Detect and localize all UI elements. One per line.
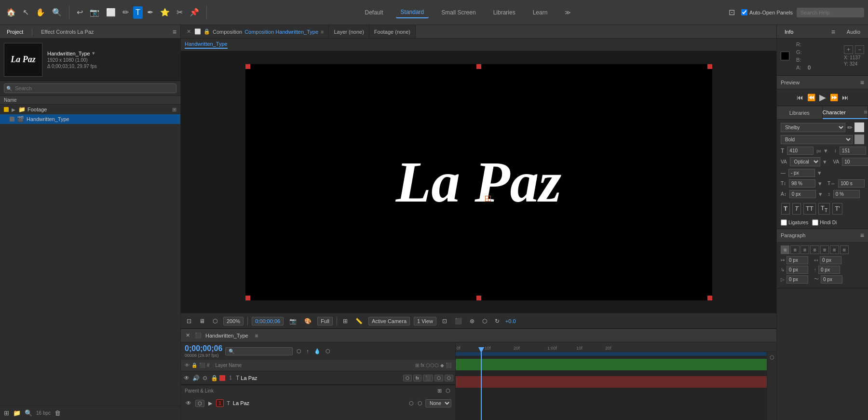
vc-quality-select[interactable]: Full <box>317 317 333 325</box>
leading-input[interactable] <box>840 147 866 155</box>
tl-search-input[interactable] <box>225 347 293 355</box>
indent-right-input[interactable] <box>820 256 841 264</box>
search-input[interactable] <box>797 8 864 17</box>
rect-tool[interactable]: ⬜ <box>104 6 118 19</box>
vc-comp-btn[interactable]: ⊡ <box>440 317 449 325</box>
info-menu-btn[interactable]: ≡ <box>831 28 835 36</box>
comp-tab[interactable]: ✕ ⬜ 🔒 Composition Composition Handwritte… <box>181 25 329 38</box>
handwritten-type-item[interactable]: 🎬 Handwritten_Type <box>0 114 180 124</box>
align-right-btn[interactable]: ≡ <box>800 245 809 254</box>
baseline-dropdown[interactable]: ▾ <box>819 190 822 198</box>
workspace-standard[interactable]: Standard <box>396 7 429 18</box>
align-justify-right-btn[interactable]: ≡ <box>830 245 839 254</box>
thumb-dropdown[interactable]: ▾ <box>92 50 95 56</box>
align-justify-left-btn[interactable]: ≡ <box>810 245 819 254</box>
baseline-input[interactable] <box>789 190 816 198</box>
project-menu-btn[interactable]: ≡ <box>173 28 176 36</box>
layer-key-btn[interactable]: ⬡ <box>445 375 453 381</box>
align-left-btn[interactable]: ≡ <box>781 245 789 254</box>
vc-mask-btn[interactable]: ⬡ <box>211 317 219 325</box>
space-after-input[interactable] <box>787 275 808 284</box>
tl-motion-blur-btn[interactable]: 💧 <box>313 347 322 355</box>
font-style-select[interactable]: Bold <box>781 135 853 144</box>
style-bold-btn[interactable]: T <box>781 203 790 215</box>
kerning-dropdown[interactable]: ▾ <box>823 158 827 165</box>
tsukuri-input[interactable] <box>833 190 860 198</box>
workspace-small-screen[interactable]: Small Screen <box>436 7 480 18</box>
new-item-btn[interactable]: ⊞ <box>4 409 9 417</box>
indent-left-input[interactable] <box>787 256 808 264</box>
plus-btn[interactable]: + <box>844 45 853 54</box>
style-super-btn[interactable]: T' <box>832 203 842 215</box>
workspace-learn[interactable]: Learn <box>528 7 553 18</box>
vc-monitor-btn[interactable]: 🖥 <box>197 317 207 325</box>
ligatures-checkbox[interactable] <box>781 219 787 226</box>
vc-channels-btn[interactable]: ⊛ <box>468 317 476 325</box>
project-search-input[interactable] <box>4 83 176 93</box>
prev-last[interactable]: ⏭ <box>842 94 849 101</box>
indent-first-input[interactable] <box>787 266 808 274</box>
vc-timecode-display[interactable]: 0;00;00;06 <box>252 317 284 325</box>
align-justify-all-btn[interactable]: ≡ <box>840 245 849 254</box>
kern-val-input[interactable] <box>788 169 815 177</box>
layer-green-bar[interactable] <box>456 359 776 370</box>
clone-tool[interactable]: ✒ <box>145 6 156 19</box>
font-edit-btn[interactable]: ✏ <box>847 124 853 131</box>
footage-folder[interactable]: ▶ 📁 Footage ⊞ <box>0 105 180 114</box>
layer-mode-link-btn[interactable]: ⬡ <box>445 387 451 395</box>
path-btn[interactable]: ⬡ <box>408 399 415 407</box>
font-size-input[interactable] <box>787 147 814 155</box>
layer-audio-btn[interactable]: 🔊 <box>192 375 200 381</box>
tl-solo-btn[interactable]: ⬡ <box>296 347 302 355</box>
tl-3d-btn[interactable]: ⬡ <box>325 347 331 355</box>
vc-camera-snap-btn[interactable]: 📷 <box>287 317 298 325</box>
vc-rotation-btn[interactable]: ↻ <box>493 317 502 325</box>
wave-val-input[interactable] <box>821 275 842 284</box>
workspace-libraries[interactable]: Libraries <box>488 7 520 18</box>
shape-tool[interactable]: ⭐ <box>158 6 172 19</box>
style-allcaps-btn[interactable]: TT <box>803 203 816 215</box>
new-folder-btn[interactable]: 📁 <box>13 409 21 417</box>
footage-tab[interactable]: Footage (none) <box>369 25 416 38</box>
workspace-more[interactable]: ≫ <box>560 7 576 18</box>
layer-lock-btn[interactable]: 🔒 <box>210 375 218 381</box>
project-tab[interactable]: Project <box>4 28 26 36</box>
comp-subtab-name[interactable]: Handwritten_Type <box>185 41 228 49</box>
prev-back[interactable]: ⏪ <box>807 94 815 101</box>
character-tab[interactable]: Character ≡ <box>823 106 868 119</box>
undo-tool[interactable]: ↩ <box>74 6 85 19</box>
tl-close-btn[interactable]: ✕ <box>185 331 191 339</box>
vert-scale-input[interactable] <box>789 179 815 188</box>
layer-red-bar[interactable] <box>456 376 776 388</box>
snap-btn[interactable]: ⊡ <box>726 6 737 19</box>
style-smallcaps-btn[interactable]: TT <box>818 203 830 215</box>
character-tab-menu[interactable]: ≡ <box>864 108 868 116</box>
comp-tab-menu[interactable]: ≡ <box>321 29 324 35</box>
delete-btn[interactable]: 🗑 <box>54 409 61 417</box>
text-tool[interactable]: T <box>133 6 143 19</box>
layer-tab[interactable]: Layer (none) <box>329 25 369 38</box>
layer-fx-btn[interactable]: fx <box>413 375 421 381</box>
tl-parent-btn[interactable]: ↑ <box>305 347 310 355</box>
vc-color-btn[interactable]: 🎨 <box>302 317 313 325</box>
align-center-btn[interactable]: ≡ <box>790 245 799 254</box>
font-size-dropdown[interactable]: ▾ <box>824 147 827 154</box>
audio-tab[interactable]: Audio <box>843 28 864 36</box>
vc-camera-select[interactable]: Active Camera <box>368 317 410 325</box>
tl-playhead[interactable] <box>481 352 482 420</box>
font-color-btn[interactable] <box>854 122 864 132</box>
space-before-input[interactable] <box>818 266 840 274</box>
mask-btn[interactable]: ⬡ <box>417 399 423 407</box>
prev-first[interactable]: ⏮ <box>797 94 803 101</box>
workspace-default[interactable]: Default <box>360 7 388 18</box>
style-italic-btn[interactable]: T <box>792 203 801 215</box>
kerning-method[interactable]: Optical Metrics <box>790 157 820 166</box>
vc-roi-btn[interactable]: ⊡ <box>185 317 193 325</box>
home-tool[interactable]: 🏠 <box>4 6 18 19</box>
layer-solo-btn[interactable]: ⊙ <box>201 375 209 381</box>
find-btn[interactable]: 🔍 <box>25 409 32 417</box>
tracking-input[interactable] <box>842 158 868 166</box>
kern-val-dropdown[interactable]: ▾ <box>818 169 821 176</box>
tl-timecode[interactable]: 0;00;00;06 <box>185 344 222 353</box>
tl-menu-btn[interactable]: ≡ <box>254 332 259 339</box>
